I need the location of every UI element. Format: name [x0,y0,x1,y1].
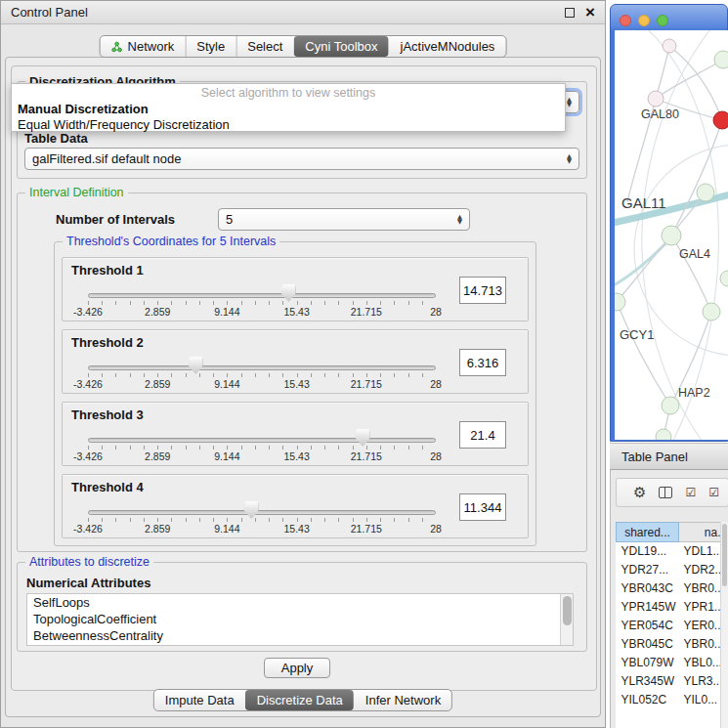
window-title: Control Panel [11,5,88,20]
slider-ticks [88,446,436,450]
node-label: GAL4 [679,247,710,261]
stepper-icon: ▲▼ [457,215,462,225]
network-canvas[interactable]: GAL80 GAL11 GAL4 GCY1 HAP2 [615,30,728,440]
network-node[interactable] [703,303,720,321]
slider-ticks [88,373,436,377]
tab-label: Select [247,39,282,54]
table-row[interactable]: YIL052CYIL0... [617,691,721,709]
table-panel-title: Table Panel [621,450,688,464]
bottom-tab-bar: Impute Data Discretize Data Infer Networ… [153,689,452,711]
slider-tick-labels: -3.426 2.859 9.144 15.43 21.715 28 [88,378,436,390]
threshold-4-row: Threshold 4 -3.426 2.859 9.144 15.43 21.… [62,474,529,538]
table-row[interactable]: YER054CYER0... [617,617,721,635]
table-row[interactable]: YBL079WYBL0... [617,654,721,672]
slider-thumb[interactable] [189,357,203,374]
minimize-traffic-light-icon[interactable] [638,15,650,26]
float-window-icon[interactable] [565,8,575,18]
numerical-attributes-list[interactable]: SelfLoops TopologicalCoefficient Between… [26,593,574,646]
slider-tick-labels: -3.426 2.859 9.144 15.43 21.715 28 [88,450,436,462]
select-none-checkbox-icon[interactable]: ☑ [708,486,719,499]
node-label: GAL11 [621,194,666,211]
scrollbar-thumb[interactable] [722,524,727,586]
network-node[interactable] [697,184,714,201]
list-item[interactable]: BetweennessCentrality [27,627,573,644]
threshold-4-slider[interactable]: -3.426 2.859 9.144 15.43 21.715 28 [88,475,436,537]
threshold-3-slider[interactable]: -3.426 2.859 9.144 15.43 21.715 28 [88,403,436,465]
thresholds-group-title: Threshold's Coordinates for 5 Intervals [63,235,279,248]
network-node[interactable] [648,91,664,107]
list-item[interactable]: TopologicalCoefficient [27,611,573,627]
list-item[interactable]: SelfLoops [27,594,573,611]
table-row[interactable]: YDR27...YDR2... [617,561,721,579]
table-row[interactable]: YPR145WYPR1... [617,598,721,617]
threshold-value-field[interactable]: 11.344 [459,493,506,521]
apply-button[interactable]: Apply [264,658,330,678]
tab-label: Cyni Toolbox [305,39,377,54]
threshold-2-row: Threshold 2 -3.426 2.859 9.144 15.43 21.… [62,329,529,394]
table-panel: ⚙ ☑ ☑ shared... na... YDL19...YDL1... YD… [610,470,728,728]
network-icon [111,41,123,53]
network-node[interactable] [720,271,728,286]
selected-node[interactable] [713,111,728,129]
tab-jactivemnodules[interactable]: jActiveMNodules [389,36,506,57]
scrollbar-thumb[interactable] [563,596,572,625]
slider-track [88,365,436,370]
number-of-intervals-label: Number of Intervals [56,212,175,227]
numerical-attributes-label: Numerical Attributes [26,576,150,590]
slider-track [88,438,436,443]
popup-option-equal-width-frequency[interactable]: Equal Width/Frequency Discretization [12,116,565,132]
network-view-window[interactable]: GAL80 GAL11 GAL4 GCY1 HAP2 [610,4,728,442]
stepper-icon: ▲▼ [567,154,572,164]
popup-placeholder: Select algorithm to view settings [12,86,565,101]
network-node[interactable] [663,39,676,53]
threshold-value-field[interactable]: 21.4 [459,421,506,449]
tab-infer-network[interactable]: Infer Network [354,690,451,710]
threshold-1-slider[interactable]: -3.426 2.859 9.144 15.43 21.715 28 [88,258,436,321]
slider-thumb[interactable] [356,429,370,447]
slider-tick-labels: -3.426 2.859 9.144 15.43 21.715 28 [88,523,436,535]
node-table[interactable]: shared... na... YDL19...YDL1... YDR27...… [616,522,720,728]
attributes-group-title: Attributes to discretize [25,555,153,569]
threshold-1-row: Threshold 1 -3.426 2.859 9.144 15.43 21.… [62,257,529,321]
close-traffic-light-icon[interactable] [620,15,631,26]
zoom-traffic-light-icon[interactable] [657,15,668,26]
network-nodes [615,39,728,440]
tab-network[interactable]: Network [101,36,186,57]
threshold-value-field[interactable]: 6.316 [459,349,506,376]
network-node[interactable] [615,293,625,311]
tab-label: jActiveMNodules [401,39,495,54]
slider-thumb[interactable] [244,501,259,519]
titlebar: Control Panel × [1,1,605,24]
select-all-checkbox-icon[interactable]: ☑ [685,486,696,499]
table-row[interactable]: YDL19...YDL1... [617,542,721,561]
threshold-value-field[interactable]: 14.713 [459,277,506,304]
tab-style[interactable]: Style [185,36,236,57]
popup-option-manual-discretization[interactable]: Manual Discretization [12,101,565,116]
network-node[interactable] [714,51,728,68]
threshold-2-slider[interactable]: -3.426 2.859 9.144 15.43 21.715 28 [88,330,436,393]
network-node[interactable] [662,226,681,245]
slider-thumb[interactable] [281,284,296,302]
network-node[interactable] [656,429,671,440]
tab-label: Infer Network [365,693,441,707]
table-row[interactable]: YBR045CYBR0... [617,635,721,654]
table-row[interactable]: YLR345WYLR3... [617,672,721,691]
tab-cyni-toolbox[interactable]: Cyni Toolbox [293,36,388,57]
table-scrollbar[interactable] [720,522,728,728]
columns-icon[interactable] [659,487,672,498]
table-row[interactable]: YBR043CYBR0... [617,579,721,598]
tab-impute-data[interactable]: Impute Data [154,690,245,710]
table-data-dropdown[interactable]: galFiltered.sif default node ▲▼ [24,148,579,170]
slider-track [88,293,436,298]
list-scrollbar[interactable] [560,594,573,645]
column-header-name[interactable]: na... [679,523,721,542]
slider-tick-labels: -3.426 2.859 9.144 15.43 21.715 28 [88,306,436,318]
column-header-shared-name[interactable]: shared... [617,523,679,542]
tab-select[interactable]: Select [236,36,293,57]
close-icon[interactable]: × [585,7,595,19]
window-controls [620,15,668,26]
number-of-intervals-dropdown[interactable]: 5 ▲▼ [218,208,470,231]
network-node[interactable] [662,397,679,414]
settings-gear-icon[interactable]: ⚙ [633,484,646,501]
tab-discretize-data[interactable]: Discretize Data [245,690,354,710]
